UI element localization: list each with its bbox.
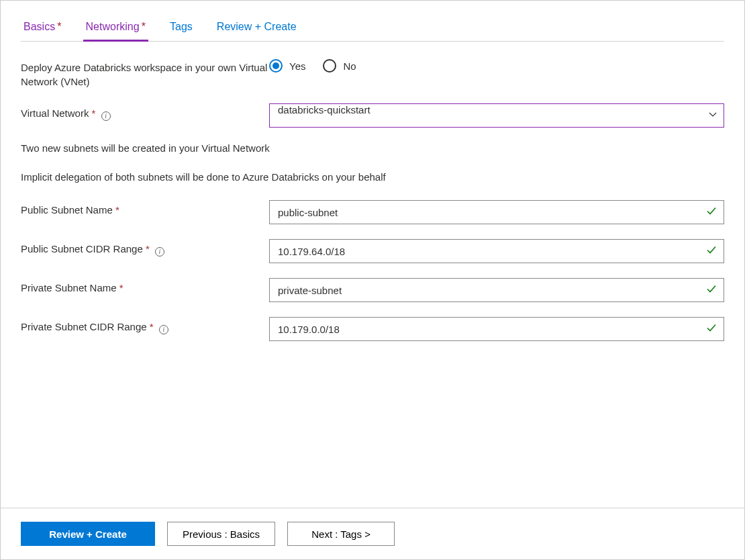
radio-vnet-no[interactable]: No	[323, 59, 356, 73]
virtual-network-select[interactable]: databricks-quickstart	[269, 103, 724, 128]
subnet-info-1: Two new subnets will be created in your …	[21, 142, 724, 154]
row-private-subnet-name: Private Subnet Name *	[21, 278, 724, 302]
form-panel: Basics * Networking * Tags Review + Crea…	[1, 1, 744, 341]
row-private-subnet-cidr: Private Subnet CIDR Range * i	[21, 317, 724, 341]
tab-tags[interactable]: Tags	[167, 17, 195, 42]
info-icon[interactable]: i	[155, 247, 164, 256]
tab-basics[interactable]: Basics *	[21, 17, 64, 42]
info-icon[interactable]: i	[159, 325, 168, 334]
radio-vnet-yes[interactable]: Yes	[269, 59, 305, 73]
private-subnet-name-label: Private Subnet Name	[21, 282, 117, 293]
tab-review-create[interactable]: Review + Create	[214, 17, 299, 42]
row-public-subnet-name: Public Subnet Name *	[21, 200, 724, 224]
private-subnet-cidr-input[interactable]	[269, 317, 724, 341]
info-icon[interactable]: i	[101, 111, 111, 121]
next-button[interactable]: Next : Tags >	[287, 522, 395, 546]
row-virtual-network: Virtual Network * i databricks-quickstar…	[21, 103, 724, 128]
subnet-info-2: Implicit delegation of both subnets will…	[21, 171, 724, 183]
private-subnet-name-input[interactable]	[269, 278, 724, 302]
public-subnet-cidr-label: Public Subnet CIDR Range	[21, 243, 143, 254]
public-subnet-name-label: Public Subnet Name	[21, 204, 113, 216]
public-subnet-name-input[interactable]	[269, 200, 724, 224]
private-subnet-cidr-label: Private Subnet CIDR Range	[21, 321, 147, 332]
row-public-subnet-cidr: Public Subnet CIDR Range * i	[21, 239, 724, 263]
virtual-network-label: Virtual Network	[21, 107, 89, 119]
previous-button[interactable]: Previous : Basics	[167, 522, 275, 546]
public-subnet-cidr-input[interactable]	[269, 239, 724, 263]
footer-bar: Review + Create Previous : Basics Next :…	[1, 508, 744, 559]
tab-networking[interactable]: Networking *	[83, 17, 148, 42]
tab-strip: Basics * Networking * Tags Review + Crea…	[21, 17, 724, 42]
deploy-vnet-label: Deploy Azure Databricks workspace in you…	[21, 60, 269, 89]
review-create-button[interactable]: Review + Create	[21, 522, 155, 546]
row-deploy-vnet: Deploy Azure Databricks workspace in you…	[21, 58, 724, 89]
